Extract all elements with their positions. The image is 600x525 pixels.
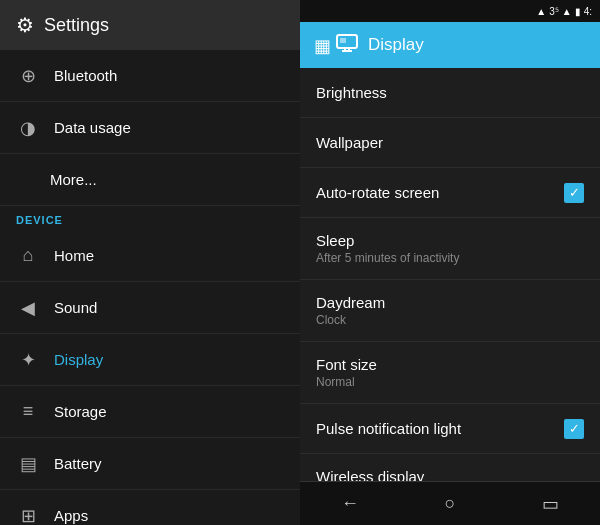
sidebar-item-battery[interactable]: ▤Battery [0,438,300,490]
font-size-title: Font size [316,356,584,373]
sleep-subtitle: After 5 minutes of inactivity [316,251,584,265]
nav-bar: ← ○ ▭ [300,481,600,525]
home-button[interactable]: ○ [420,482,480,526]
apps-icon: ⊞ [16,505,40,526]
settings-title: Settings [44,15,109,36]
daydream-title: Daydream [316,294,584,311]
recent-button[interactable]: ▭ [520,482,580,526]
sidebar-item-bluetooth[interactable]: ⊕Bluetooth [0,50,300,102]
settings-sidebar: Settings ⊕Bluetooth◑Data usageMore...DEV… [0,0,300,525]
display-header: Display [300,22,600,68]
sleep-text: SleepAfter 5 minutes of inactivity [316,232,584,265]
back-button[interactable]: ← [320,482,380,526]
section-device-section: DEVICE [0,206,300,230]
wireless-display-title: Wireless display [316,468,584,481]
font-size-text: Font sizeNormal [316,356,584,389]
auto-rotate-text: Auto-rotate screen [316,184,564,201]
auto-rotate-title: Auto-rotate screen [316,184,564,201]
sound-icon: ◀ [16,297,40,319]
sidebar-item-data-usage[interactable]: ◑Data usage [0,102,300,154]
auto-rotate-checkbox[interactable]: ✓ [564,183,584,203]
svg-rect-1 [340,38,346,43]
display-item-brightness[interactable]: Brightness [300,68,600,118]
display-item-font-size[interactable]: Font sizeNormal [300,342,600,404]
daydream-subtitle: Clock [316,313,584,327]
daydream-text: DaydreamClock [316,294,584,327]
home-label: Home [54,247,94,264]
display-label: Display [54,351,103,368]
storage-icon: ≡ [16,401,40,422]
pulse-notification-title: Pulse notification light [316,420,564,437]
sidebar-item-sound[interactable]: ◀Sound [0,282,300,334]
display-item-pulse-notification[interactable]: Pulse notification light✓ [300,404,600,454]
signal-strength: 3⁵ [549,6,559,17]
display-item-wallpaper[interactable]: Wallpaper [300,118,600,168]
wallpaper-title: Wallpaper [316,134,584,151]
sidebar-item-display[interactable]: ✦Display [0,334,300,386]
sidebar-item-home[interactable]: ⌂Home [0,230,300,282]
sidebar-item-storage[interactable]: ≡Storage [0,386,300,438]
clock: 4: [584,6,592,17]
settings-header: Settings [0,0,300,50]
display-item-auto-rotate[interactable]: Auto-rotate screen✓ [300,168,600,218]
status-icons: ▲ 3⁵ ▲ ▮ 4: [536,6,592,17]
brightness-text: Brightness [316,84,584,101]
settings-menu: ⊕Bluetooth◑Data usageMore...DEVICE⌂Home◀… [0,50,300,525]
wireless-display-text: Wireless displayDisabled [316,468,584,481]
data-usage-icon: ◑ [16,117,40,139]
pulse-notification-checkbox[interactable]: ✓ [564,419,584,439]
sidebar-item-apps[interactable]: ⊞Apps [0,490,300,525]
android-icon: ▲ [536,6,546,17]
apps-label: Apps [54,507,88,524]
sound-label: Sound [54,299,97,316]
display-panel: ▲ 3⁵ ▲ ▮ 4: Display BrightnessWallpaperA… [300,0,600,525]
battery-icon: ▮ [575,6,581,17]
display-item-daydream[interactable]: DaydreamClock [300,280,600,342]
wifi-icon: ▲ [562,6,572,17]
wallpaper-text: Wallpaper [316,134,584,151]
sleep-title: Sleep [316,232,584,249]
bluetooth-label: Bluetooth [54,67,117,84]
gear-icon [16,13,34,37]
brightness-title: Brightness [316,84,584,101]
storage-label: Storage [54,403,107,420]
status-bar: ▲ 3⁵ ▲ ▮ 4: [300,0,600,22]
display-icon: ✦ [16,349,40,371]
display-title: Display [368,35,424,55]
pulse-notification-text: Pulse notification light [316,420,564,437]
home-icon: ⌂ [16,245,40,266]
sidebar-item-more[interactable]: More... [0,154,300,206]
display-item-wireless-display[interactable]: Wireless displayDisabled [300,454,600,481]
bluetooth-icon: ⊕ [16,65,40,87]
font-size-subtitle: Normal [316,375,584,389]
display-item-sleep[interactable]: SleepAfter 5 minutes of inactivity [300,218,600,280]
display-icon [314,34,358,57]
data-usage-label: Data usage [54,119,131,136]
display-menu: BrightnessWallpaperAuto-rotate screen✓Sl… [300,68,600,481]
battery-icon: ▤ [16,453,40,475]
battery-label: Battery [54,455,102,472]
more-label: More... [50,171,97,188]
